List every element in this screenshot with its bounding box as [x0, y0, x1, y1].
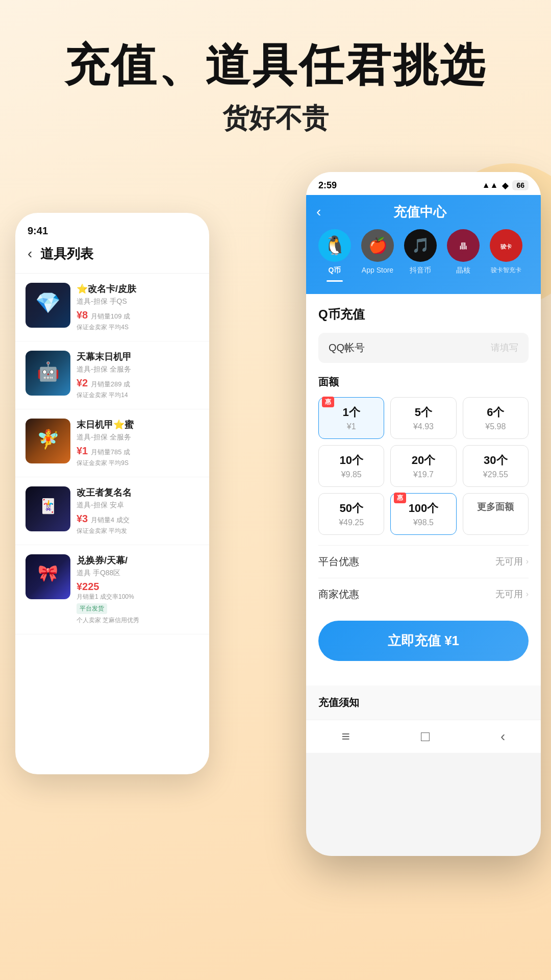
amount-sub: ¥4.93	[395, 422, 452, 431]
amount-sub: ¥9.85	[323, 470, 380, 479]
category-label-jinghe: 晶核	[456, 266, 470, 275]
amount-sub: ¥5.98	[467, 422, 524, 431]
notice-title: 充值须知	[318, 696, 529, 709]
merchant-discount-label: 商家优惠	[318, 587, 359, 601]
header-title: 充值、道具任君挑选	[31, 41, 520, 90]
chevron-right-icon: ›	[526, 590, 529, 599]
item-tag: 保证金卖家 平均14	[77, 391, 199, 400]
amount-main: 6个	[467, 405, 524, 420]
item-tag: 保证金卖家 平均9S	[77, 459, 199, 468]
item-image: 🤖	[26, 351, 70, 396]
category-scroll: 🐧 Q币 🍎 App Store 🎵 抖音币 晶 晶核	[316, 229, 531, 282]
item-image: 🎀	[26, 554, 70, 599]
item-price: ¥2 月销量289 成	[77, 377, 199, 389]
amount-main: 20个	[395, 453, 452, 468]
category-item-junka[interactable]: 骏卡 骏卡智充卡	[490, 229, 522, 282]
amount-cell-1[interactable]: 惠 1个 ¥1	[318, 397, 384, 439]
amount-cell-30[interactable]: 30个 ¥29.55	[463, 445, 529, 487]
qq-input-row[interactable]: QQ帐号 请填写	[318, 333, 529, 363]
item-image: 🃏	[26, 486, 70, 531]
item-tag: 保证金卖家 平均发	[77, 527, 199, 535]
list-item[interactable]: 🤖 天幕末日机甲 道具-担保 全服务 ¥2 月销量289 成 保证金卖家 平均1…	[15, 341, 209, 409]
tiktok-icon: 🎵	[404, 229, 437, 262]
nav-back-icon[interactable]: ‹	[316, 204, 321, 220]
category-label-tiktok: 抖音币	[410, 266, 431, 275]
qq-icon: 🐧	[318, 229, 351, 262]
amount-grid: 惠 1个 ¥1 5个 ¥4.93 6个 ¥5.98 10个 ¥9.85	[318, 397, 529, 535]
item-desc: 道具 手Q88区	[77, 569, 179, 578]
front-phone: 2:59 ▲▲ ◆ 66 ‹ 充值中心 🐧 Q币 🍎	[306, 172, 541, 856]
chevron-right-icon: ›	[526, 557, 529, 566]
category-item-qq[interactable]: 🐧 Q币	[318, 229, 351, 282]
amount-sub: ¥49.25	[323, 518, 380, 527]
amount-cell-5[interactable]: 5个 ¥4.93	[390, 397, 456, 439]
front-status-time: 2:59	[318, 180, 337, 191]
item-tag: 个人卖家 芝麻信用优秀	[77, 616, 199, 625]
recharge-title: 充值中心	[329, 203, 510, 221]
nav-home-icon[interactable]: □	[421, 728, 430, 745]
header-section: 充值、道具任君挑选 货好不贵	[0, 0, 551, 157]
category-item-tiktok[interactable]: 🎵 抖音币	[404, 229, 437, 282]
amount-cell-20[interactable]: 20个 ¥19.7	[390, 445, 456, 487]
amount-sub: ¥98.5	[395, 518, 452, 527]
item-image: 💎	[26, 283, 70, 328]
amount-main: 10个	[323, 453, 380, 468]
amount-cell-100[interactable]: 惠 100个 ¥98.5	[390, 493, 456, 535]
platform-discount-val: 无可用 ›	[495, 555, 529, 568]
apple-icon: 🍎	[361, 229, 394, 262]
amount-badge: 惠	[322, 397, 334, 407]
amount-cell-more[interactable]: 更多面额	[463, 493, 529, 535]
item-price: ¥3 月销量4 成交	[77, 513, 199, 525]
amount-main: 30个	[467, 453, 524, 468]
recharge-body: Q币充值 QQ帐号 请填写 面额 惠 1个 ¥1 5个 ¥4.93	[306, 294, 541, 685]
nav-menu-icon[interactable]: ≡	[342, 728, 350, 745]
item-tag: 保证金卖家 平均4S	[77, 323, 199, 332]
item-image: 🧚	[26, 419, 70, 463]
recharge-header: ‹ 充值中心 🐧 Q币 🍎 App Store 🎵 抖音币	[306, 195, 541, 294]
item-name: 改王者复名名	[77, 486, 179, 499]
amount-cell-50[interactable]: 50个 ¥49.25	[318, 493, 384, 535]
category-active-indicator	[327, 280, 343, 282]
back-phone: 9:41 ‹ 道具列表 💎 ⭐改名卡/皮肤 道具-担保 手QS ¥8 月销量10…	[15, 213, 209, 774]
item-desc: 道具-担保 安卓	[77, 501, 179, 510]
amount-cell-10[interactable]: 10个 ¥9.85	[318, 445, 384, 487]
category-item-jinghe[interactable]: 晶 晶核	[447, 229, 480, 282]
amount-cell-6[interactable]: 6个 ¥5.98	[463, 397, 529, 439]
item-list: 💎 ⭐改名卡/皮肤 道具-担保 手QS ¥8 月销量109 成 保证金卖家 平均…	[15, 274, 209, 634]
category-label-qq: Q币	[329, 266, 341, 275]
amount-badge: 惠	[394, 493, 406, 503]
back-phone-title: 道具列表	[40, 245, 93, 263]
platform-discount-label: 平台优惠	[318, 555, 359, 569]
jinghe-icon: 晶	[447, 229, 480, 262]
cta-button[interactable]: 立即充值 ¥1	[318, 621, 529, 661]
item-desc: 道具-担保 手QS	[77, 297, 179, 306]
back-arrow-icon[interactable]: ‹	[28, 246, 32, 262]
recharge-nav: ‹ 充值中心	[316, 195, 531, 229]
amount-main: 5个	[395, 405, 452, 420]
amount-label: 面额	[318, 375, 529, 389]
input-placeholder: 请填写	[491, 341, 518, 354]
section-title: Q币充值	[318, 306, 529, 323]
front-status-bar: 2:59 ▲▲ ◆ 66	[306, 172, 541, 195]
header-subtitle: 货好不贵	[31, 101, 520, 136]
item-name: 天幕末日机甲	[77, 351, 179, 363]
list-item[interactable]: 🃏 改王者复名名 道具-担保 安卓 ¥3 月销量4 成交 保证金卖家 平均发	[15, 477, 209, 545]
nav-back-icon[interactable]: ‹	[500, 728, 505, 745]
platform-tag: 平台发货	[77, 603, 107, 614]
amount-main: 50个	[323, 501, 380, 516]
input-label: QQ帐号	[329, 341, 491, 355]
merchant-discount-row[interactable]: 商家优惠 无可用 ›	[318, 578, 529, 610]
merchant-discount-val: 无可用 ›	[495, 588, 529, 600]
list-item[interactable]: 🧚 末日机甲⭐蜜 道具-担保 全服务 ¥1 月销量785 成 保证金卖家 平均9…	[15, 409, 209, 477]
amount-main: 更多面额	[467, 501, 524, 513]
item-desc: 道具-担保 全服务	[77, 433, 179, 442]
item-sales: 月销量1 成交率100%	[77, 593, 199, 601]
platform-discount-row[interactable]: 平台优惠 无可用 ›	[318, 545, 529, 578]
category-item-apple[interactable]: 🍎 App Store	[361, 229, 394, 282]
item-desc: 道具-担保 全服务	[77, 365, 179, 374]
bottom-nav: ≡ □ ‹	[306, 720, 541, 753]
amount-sub: ¥19.7	[395, 470, 452, 479]
list-item[interactable]: 🎀 兑换券/天幕/ 道具 手Q88区 ¥225 月销量1 成交率100% 平台发…	[15, 545, 209, 634]
list-item[interactable]: 💎 ⭐改名卡/皮肤 道具-担保 手QS ¥8 月销量109 成 保证金卖家 平均…	[15, 274, 209, 341]
item-name: 末日机甲⭐蜜	[77, 419, 179, 431]
